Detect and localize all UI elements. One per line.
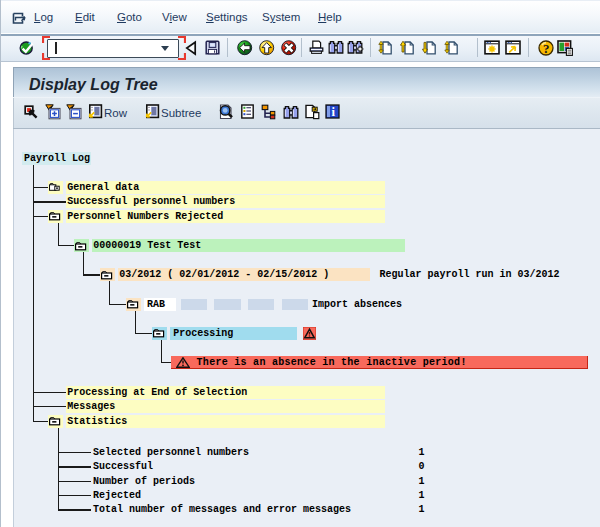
svg-text:?: ? [543, 41, 550, 56]
svg-text:i: i [331, 105, 335, 119]
